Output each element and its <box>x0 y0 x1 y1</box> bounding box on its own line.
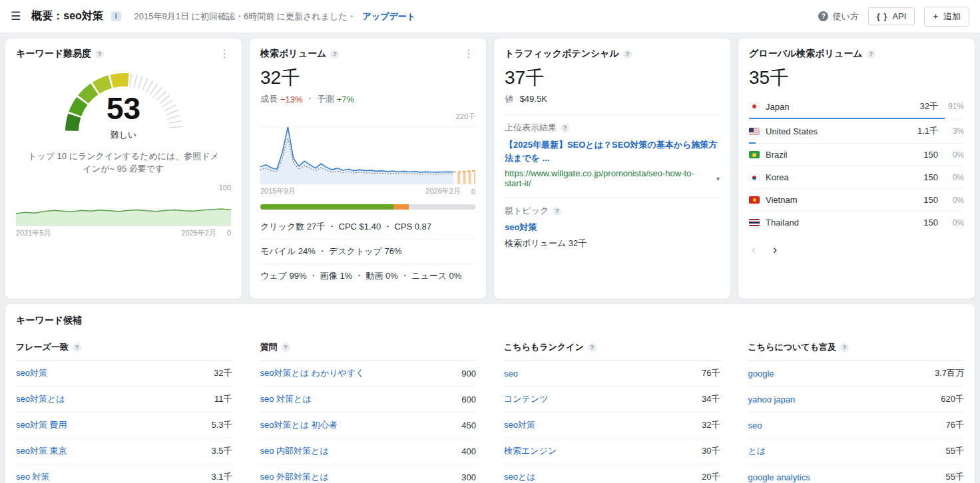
parent-topic-label-row: 親トピック ? <box>505 205 720 217</box>
japan-flag-icon <box>749 103 760 110</box>
keyword-volume: 3.5千 <box>211 445 232 457</box>
keyword-link[interactable]: seo <box>748 420 762 430</box>
keyword-row: seo 76千 <box>504 361 720 387</box>
kd-chart-ymax: 100 <box>16 184 231 192</box>
country-volume: 1.1千 <box>917 125 938 137</box>
add-button[interactable]: + 追加 <box>924 7 969 27</box>
country-name: United States <box>766 126 818 136</box>
worth-label: 値 <box>505 94 513 104</box>
chevron-left-icon[interactable]: ‹ <box>752 243 756 257</box>
column-questions: 質問 ? seo対策とは わかりやすく 900 seo 対策とは 600 seo… <box>260 336 477 483</box>
info-icon[interactable]: ? <box>867 50 875 59</box>
keyword-row: seo 対策とは 600 <box>260 387 477 412</box>
traffic-potential-value: 37千 <box>505 65 720 90</box>
api-button[interactable]: { } API <box>868 7 915 25</box>
country-name: Korea <box>766 172 789 182</box>
keyword-volume: 76千 <box>702 367 720 379</box>
keyword-row: コンテンツ 34千 <box>504 387 720 412</box>
kebab-menu-icon[interactable]: ⋮ <box>218 49 231 59</box>
update-link[interactable]: アップデート <box>363 11 416 23</box>
keyword-row: 検索エンジン 30千 <box>504 438 720 464</box>
keyword-volume: 32千 <box>702 419 720 431</box>
info-icon[interactable]: ? <box>840 343 849 352</box>
keyword-link[interactable]: seo対策 <box>504 419 535 431</box>
keyword-ideas-grid: フレーズ一致 ? seo対策 32千 seo対策とは 11千 seo対策 費用 … <box>5 336 975 483</box>
country-list: Japan 32千 91% United States 1.1千 3% Braz… <box>749 94 964 234</box>
keyword-row: seo対策 費用 5.3千 <box>16 412 232 438</box>
keyword-link[interactable]: google <box>748 369 774 379</box>
volume-chart-ymax: 220千 <box>260 112 475 122</box>
keyword-link[interactable]: seo 内部対策とは <box>260 445 329 457</box>
brazil-flag-icon <box>749 151 760 158</box>
keyword-link[interactable]: seo対策とは <box>16 393 65 405</box>
keyword-ideas-card: キーワード候補 フレーズ一致 ? seo対策 32千 seo対策とは 11千 s… <box>5 304 975 483</box>
country-percent: 91% <box>944 102 964 111</box>
keyword-volume: 400 <box>461 446 476 456</box>
keyword-link[interactable]: コンテンツ <box>504 393 549 405</box>
keyword-link[interactable]: seo対策とは 初心者 <box>260 419 338 431</box>
keyword-volume: 55千 <box>946 445 964 457</box>
info-icon[interactable]: ? <box>553 207 561 216</box>
growth-row: 成長 −13% ・ 予測 +7% <box>260 93 475 105</box>
volume-chart-ymin: 0 <box>471 188 475 196</box>
info-icon[interactable]: ? <box>330 50 339 59</box>
keyword-volume: 11千 <box>214 393 232 405</box>
keyword-row: seo 外部対策とは 300 <box>260 464 477 483</box>
top-result-url[interactable]: https://www.willgate.co.jp/promonista/se… <box>505 168 720 188</box>
keyword-row: google analytics 55千 <box>748 464 965 483</box>
parent-topic-label: 親トピック <box>505 205 549 217</box>
keyword-link[interactable]: seo対策 <box>16 367 47 379</box>
keyword-link[interactable]: seo 外部対策とは <box>260 471 329 483</box>
clicks-bar-segment-no-clicks <box>409 204 475 210</box>
worth-value: $49.5K <box>520 94 547 104</box>
info-icon[interactable]: ? <box>73 343 81 352</box>
keyword-row: seo 対策 3.1千 <box>16 464 232 483</box>
keyword-volume: 450 <box>461 420 476 430</box>
info-icon[interactable]: ? <box>623 50 632 59</box>
hamburger-menu-icon[interactable]: ☰ <box>11 9 21 23</box>
kd-chart-xstart: 2021年5月 <box>16 228 51 238</box>
info-icon[interactable]: ? <box>561 124 569 132</box>
keyword-intent-badge[interactable]: I <box>111 11 121 21</box>
column-also-talk-about: こちらについても言及 ? google 3.7百万 yahoo japan 62… <box>748 336 965 483</box>
keyword-link[interactable]: とは <box>748 445 766 457</box>
country-percent: 0% <box>944 196 964 205</box>
chevron-right-icon[interactable]: › <box>773 243 777 257</box>
kebab-menu-icon[interactable]: ⋮ <box>462 49 475 59</box>
keyword-volume: 55千 <box>946 471 964 483</box>
keyword-link[interactable]: seo対策とは わかりやすく <box>260 367 365 379</box>
add-button-label: 追加 <box>943 11 961 23</box>
keyword-link[interactable]: seoとは <box>504 471 536 483</box>
keyword-link[interactable]: seo 対策とは <box>260 393 312 405</box>
top-result-title-link[interactable]: 【2025年最新】SEOとは？SEO対策の基本から施策方法までを ... <box>505 138 720 164</box>
info-icon[interactable]: ? <box>588 343 597 352</box>
how-to-use-link[interactable]: ? 使い方 <box>818 11 858 23</box>
caret-down-icon[interactable]: ▾ <box>716 175 720 182</box>
keyword-link[interactable]: yahoo japan <box>748 395 796 404</box>
parent-topic-link[interactable]: seo対策 <box>505 222 720 234</box>
thailand-flag-icon <box>749 219 760 226</box>
parent-topic-volume: 検索ボリューム 32千 <box>505 238 720 249</box>
keyword-row: seo対策 東京 3.5千 <box>16 438 232 464</box>
keyword-volume: 20千 <box>702 471 720 483</box>
country-percent: 0% <box>944 150 964 160</box>
kd-gauge: 53 難しい <box>54 65 194 145</box>
column-header: こちらについても言及 <box>748 341 836 353</box>
keyword-link[interactable]: 検索エンジン <box>504 445 557 457</box>
keyword-link[interactable]: seo 対策 <box>16 471 50 483</box>
keyword-link[interactable]: seo <box>504 369 518 379</box>
volume-chart-xend: 2026年2月 <box>425 186 461 196</box>
keyword-volume: 3.7百万 <box>935 367 964 379</box>
help-icon: ? <box>818 11 828 21</box>
keyword-link[interactable]: seo対策 費用 <box>16 419 67 431</box>
keyword-volume: 3.1千 <box>211 471 232 483</box>
top-result-label: 上位表示結果 <box>505 122 557 134</box>
column-also-rank-for: こちらもランクイン ? seo 76千 コンテンツ 34千 seo対策 32千 … <box>504 336 720 483</box>
keyword-link[interactable]: google analytics <box>748 472 810 482</box>
info-icon[interactable]: ? <box>95 50 104 59</box>
traffic-worth: 値 $49.5K <box>505 93 720 105</box>
keyword-link[interactable]: seo対策 東京 <box>16 445 67 457</box>
info-icon[interactable]: ? <box>282 343 290 352</box>
growth-value: −13% <box>280 94 303 104</box>
keyword-volume: 900 <box>461 369 476 379</box>
